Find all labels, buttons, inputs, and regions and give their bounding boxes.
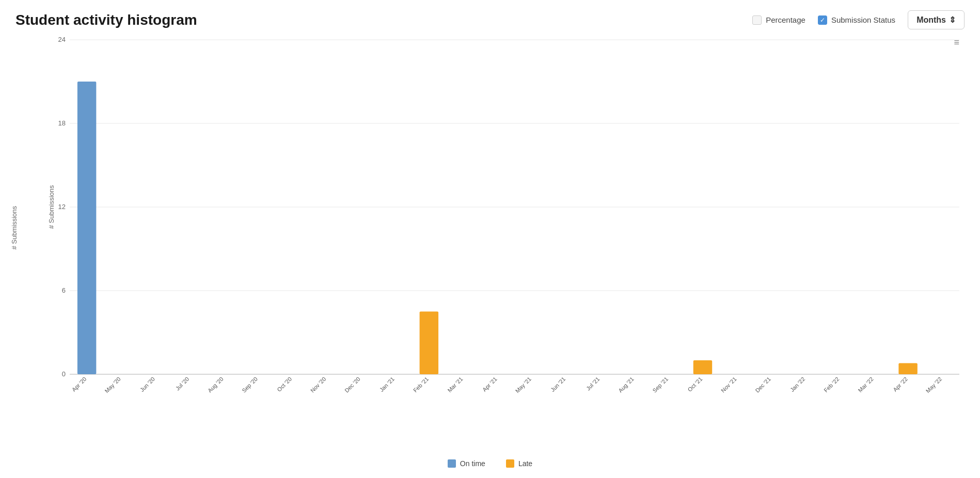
- y-axis-label: # Submissions: [10, 206, 18, 250]
- percentage-checkbox[interactable]: [752, 15, 762, 25]
- svg-text:Jul '20: Jul '20: [175, 376, 191, 392]
- histogram-svg: 06121824Apr '20May '20Jun '20Jul '20Aug …: [46, 35, 965, 416]
- svg-text:Nov '20: Nov '20: [309, 376, 327, 394]
- svg-text:Apr '20: Apr '20: [71, 376, 88, 393]
- svg-rect-31: [693, 360, 712, 374]
- svg-text:Dec '21: Dec '21: [754, 376, 772, 394]
- submission-status-checkbox[interactable]: ✓: [818, 15, 827, 25]
- svg-text:6: 6: [62, 286, 66, 294]
- svg-rect-22: [420, 312, 438, 375]
- svg-text:Nov '21: Nov '21: [720, 376, 738, 394]
- svg-text:18: 18: [58, 119, 66, 127]
- svg-text:Jun '21: Jun '21: [549, 376, 566, 393]
- submission-status-label: Submission Status: [831, 15, 895, 24]
- svg-text:0: 0: [62, 370, 66, 378]
- svg-text:May '22: May '22: [925, 376, 943, 394]
- svg-text:Apr '21: Apr '21: [481, 376, 498, 393]
- page-title: Student activity histogram: [15, 12, 197, 28]
- percentage-label: Percentage: [766, 15, 805, 24]
- chart-container: ≡ # Submissions 06121824Apr '20May '20Ju…: [15, 35, 965, 454]
- y-axis: # Submissions: [15, 35, 46, 416]
- svg-text:Jun '20: Jun '20: [139, 376, 156, 393]
- dropdown-arrow-icon: ⇕: [949, 15, 956, 25]
- svg-text:Oct '20: Oct '20: [276, 376, 293, 393]
- svg-rect-38: [898, 363, 917, 374]
- period-dropdown[interactable]: Months ⇕: [908, 10, 965, 29]
- svg-text:Mar '22: Mar '22: [857, 376, 875, 393]
- svg-text:Mar '21: Mar '21: [446, 376, 464, 393]
- on-time-color-box: [448, 459, 456, 468]
- late-legend: Late: [506, 459, 532, 468]
- svg-text:Dec '20: Dec '20: [343, 376, 361, 394]
- svg-text:Sep '20: Sep '20: [241, 376, 259, 394]
- late-color-box: [506, 459, 514, 468]
- on-time-legend: On time: [448, 459, 485, 468]
- svg-text:Sep '21: Sep '21: [651, 376, 669, 394]
- x-axis-row: [15, 416, 965, 454]
- period-label: Months: [916, 15, 946, 25]
- svg-text:Oct '21: Oct '21: [687, 376, 704, 393]
- svg-text:Jul '21: Jul '21: [585, 376, 601, 392]
- svg-text:Apr '22: Apr '22: [892, 376, 909, 393]
- header-controls: Percentage ✓ Submission Status Months ⇕: [752, 10, 965, 29]
- svg-text:May '20: May '20: [103, 376, 121, 394]
- svg-text:Feb '22: Feb '22: [823, 376, 840, 393]
- svg-text:Aug '21: Aug '21: [617, 376, 635, 394]
- chart-plot: 06121824Apr '20May '20Jun '20Jul '20Aug …: [46, 35, 965, 416]
- page-header: Student activity histogram Percentage ✓ …: [15, 10, 965, 29]
- svg-text:24: 24: [58, 36, 66, 43]
- svg-text:# Submissions: # Submissions: [48, 185, 55, 229]
- bottom-legend: On time Late: [15, 454, 965, 468]
- svg-text:Jan '22: Jan '22: [789, 376, 806, 393]
- svg-text:12: 12: [58, 203, 66, 211]
- svg-text:Feb '21: Feb '21: [412, 376, 430, 393]
- svg-text:Jan '21: Jan '21: [378, 376, 396, 393]
- svg-rect-11: [77, 82, 96, 374]
- submission-status-toggle[interactable]: ✓ Submission Status: [818, 15, 895, 25]
- percentage-toggle[interactable]: Percentage: [752, 15, 805, 25]
- svg-text:May '21: May '21: [514, 376, 532, 394]
- on-time-legend-label: On time: [460, 459, 485, 468]
- svg-text:Aug '20: Aug '20: [207, 376, 225, 394]
- late-legend-label: Late: [518, 459, 532, 468]
